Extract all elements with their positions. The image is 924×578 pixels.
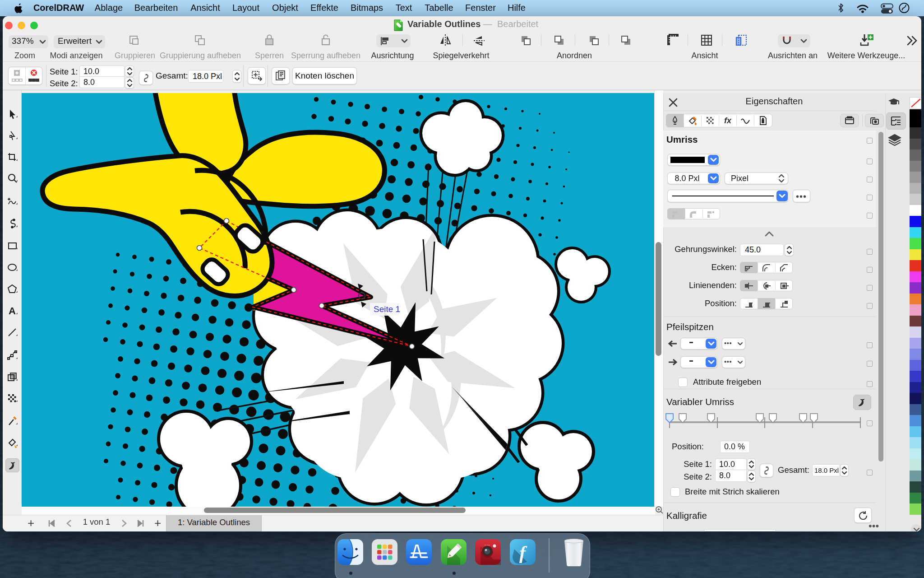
svg-text:fx: fx: [724, 116, 732, 125]
svg-text:im live: im live: [485, 544, 490, 546]
svg-text:Seite 1: Seite 1: [374, 304, 400, 314]
svg-text:A: A: [9, 306, 16, 316]
